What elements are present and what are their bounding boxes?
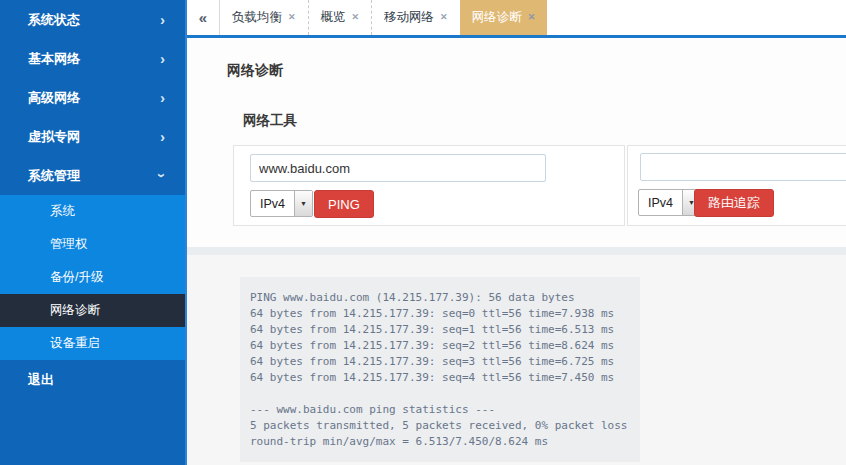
close-tab-icon[interactable]: ✕ [352, 13, 360, 22]
sidebar: 系统状态 › 基本网络 › 高级网络 › 虚拟专网 › 系统管理 › 系统 管理… [0, 0, 187, 465]
main-content: « 负载均衡 ✕ 概览 ✕ 移动网络 ✕ 网络诊断 ✕ 网络诊断 网络工具 [187, 0, 846, 465]
submenu-item-backup-upgrade[interactable]: 备份/升级 [0, 261, 185, 294]
chevron-right-icon: › [160, 90, 165, 105]
submenu-item-admin-rights[interactable]: 管理权 [0, 228, 185, 261]
tab-load-balance[interactable]: 负载均衡 ✕ [220, 0, 308, 35]
network-tools-section-title: 网络工具 [243, 112, 297, 130]
submenu-item-system[interactable]: 系统 [0, 195, 185, 228]
tab-overview[interactable]: 概览 ✕ [308, 0, 372, 35]
ping-output-text: PING www.baidu.com (14.215.177.39): 56 d… [240, 277, 640, 462]
submenu-item-device-restart[interactable]: 设备重启 [0, 327, 185, 360]
close-tab-icon[interactable]: ✕ [528, 13, 536, 22]
logout-label: 退出 [28, 371, 54, 389]
traceroute-tool-panel: IPv4 ▼ 路由追踪 [627, 145, 846, 226]
submenu-item-label: 网络诊断 [50, 302, 100, 319]
submenu-item-network-diagnosis[interactable]: 网络诊断 [0, 294, 185, 327]
network-admin-app: 系统状态 › 基本网络 › 高级网络 › 虚拟专网 › 系统管理 › 系统 管理… [0, 0, 846, 465]
system-management-submenu: 系统 管理权 备份/升级 网络诊断 设备重启 [0, 195, 185, 360]
chevron-right-icon: › [160, 51, 165, 66]
tab-mobile-network[interactable]: 移动网络 ✕ [371, 0, 460, 35]
ping-host-input[interactable] [250, 154, 546, 182]
dropdown-caret-icon[interactable]: ▼ [294, 191, 312, 216]
traceroute-ip-version-select[interactable]: IPv4 ▼ [638, 189, 701, 216]
chevron-down-icon: › [155, 173, 170, 178]
sidebar-item-label: 系统状态 [28, 11, 80, 29]
close-tab-icon[interactable]: ✕ [288, 13, 296, 22]
tab-bar: « 负载均衡 ✕ 概览 ✕ 移动网络 ✕ 网络诊断 ✕ [187, 0, 846, 38]
sidebar-item-label: 虚拟专网 [28, 128, 80, 146]
tab-label: 概览 [321, 9, 346, 26]
sidebar-item-label: 基本网络 [28, 50, 80, 68]
collapse-tabs-button[interactable]: « [187, 0, 220, 35]
tab-label: 网络诊断 [472, 9, 522, 26]
sidebar-item-basic-network[interactable]: 基本网络 › [0, 39, 185, 78]
page-title: 网络诊断 [227, 62, 283, 80]
ping-tool-panel: IPv4 ▼ PING [233, 145, 625, 226]
sidebar-item-system-status[interactable]: 系统状态 › [0, 0, 185, 39]
results-section: PING www.baidu.com (14.215.177.39): 56 d… [187, 255, 846, 465]
double-left-arrow-icon: « [199, 9, 207, 26]
traceroute-button[interactable]: 路由追踪 [694, 189, 774, 217]
section-divider [187, 247, 846, 255]
sidebar-item-label: 高级网络 [28, 89, 80, 107]
ping-output-console: PING www.baidu.com (14.215.177.39): 56 d… [240, 277, 640, 462]
close-tab-icon[interactable]: ✕ [440, 13, 448, 22]
sidebar-item-advanced-network[interactable]: 高级网络 › [0, 78, 185, 117]
ip-version-value: IPv4 [251, 191, 294, 216]
submenu-item-label: 设备重启 [50, 335, 100, 352]
sidebar-item-vpn[interactable]: 虚拟专网 › [0, 117, 185, 156]
sidebar-item-logout[interactable]: 退出 [0, 360, 185, 400]
tab-label: 负载均衡 [232, 9, 282, 26]
sidebar-item-system-management[interactable]: 系统管理 › [0, 156, 185, 195]
submenu-item-label: 系统 [50, 203, 75, 220]
traceroute-host-input[interactable] [640, 153, 846, 181]
ip-version-value: IPv4 [639, 190, 682, 215]
ping-button[interactable]: PING [314, 190, 374, 218]
submenu-item-label: 管理权 [50, 236, 88, 253]
chevron-right-icon: › [160, 12, 165, 27]
ping-ip-version-select[interactable]: IPv4 ▼ [250, 190, 313, 217]
chevron-right-icon: › [160, 129, 165, 144]
tab-network-diagnosis[interactable]: 网络诊断 ✕ [460, 0, 548, 35]
submenu-item-label: 备份/升级 [50, 269, 103, 286]
tab-label: 移动网络 [384, 9, 434, 26]
sidebar-item-label: 系统管理 [28, 167, 80, 185]
